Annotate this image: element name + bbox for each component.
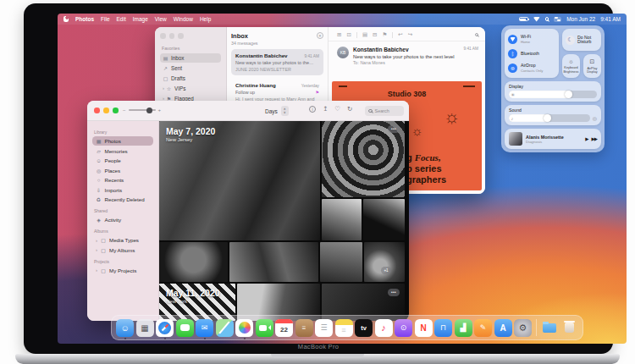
forward-icon[interactable]: ↪ [408, 31, 412, 38]
chevron-right-icon[interactable]: › [96, 238, 97, 243]
view-mode-stepper[interactable]: ∧ ∨ [281, 106, 289, 116]
dock-app-system-preferences[interactable]: ⚙ [514, 319, 532, 337]
sidebar-item-recently-deleted[interactable]: ♻ Recently Deleted [92, 195, 153, 204]
sidebar-item-activity[interactable]: ◈ Activity [92, 215, 153, 224]
menu-image[interactable]: Image [133, 16, 148, 22]
zoom-button[interactable] [113, 108, 119, 113]
spotlight-search-icon[interactable] [545, 17, 549, 21]
control-center-icon[interactable] [554, 17, 561, 22]
mail-sidebar-item-sent[interactable]: ↗ Sent [160, 63, 221, 73]
mail-sidebar-item-vips[interactable]: › ☆ VIPs [160, 84, 221, 93]
dock-app-music[interactable]: ♪ [375, 319, 393, 337]
menubar-date[interactable]: Mon Jun 22 [566, 16, 595, 22]
airplay-display-button[interactable]: ⊡ AirPlay Display [583, 54, 601, 78]
close-button[interactable] [94, 108, 100, 113]
menu-app-name[interactable]: Photos [75, 16, 94, 22]
dock-app-news[interactable]: N [415, 319, 433, 337]
mail-window-controls[interactable] [160, 33, 221, 39]
dock-trash[interactable] [560, 319, 578, 337]
photo-thumbnail[interactable] [322, 199, 362, 240]
view-mode-label[interactable]: Days [265, 108, 278, 114]
skip-forward-icon[interactable]: ▶▶ [592, 136, 597, 141]
dock-downloads-folder[interactable] [540, 319, 558, 337]
dock-app-pages[interactable]: ✎ [474, 319, 492, 337]
overflow-count-badge[interactable]: +1 [381, 267, 391, 274]
mail-sidebar-item-inbox[interactable]: ▤ Inbox [160, 53, 221, 63]
flag-icon[interactable]: ⚑ [383, 31, 388, 38]
battery-icon[interactable] [519, 17, 528, 21]
sidebar-item-my-albums[interactable]: › ▢ My Albums [92, 245, 153, 255]
menu-window[interactable]: Window [174, 16, 193, 22]
photo-thumbnail[interactable] [229, 242, 318, 282]
share-icon[interactable]: ↥ [323, 105, 328, 113]
menu-view[interactable]: View [155, 16, 167, 22]
zoom-in-icon[interactable]: + [158, 108, 162, 113]
dock-app-calendar[interactable]: 22 [275, 319, 293, 337]
dock-app-podcasts[interactable]: ⊙ [395, 319, 412, 337]
more-options-badge[interactable]: ••• [388, 125, 400, 133]
photo-thumbnail[interactable] [159, 242, 228, 282]
dock-app-numbers[interactable]: ▟ [455, 319, 472, 337]
dock-app-tv[interactable]: tv [355, 319, 373, 337]
menubar-time[interactable]: 9:41 AM [600, 16, 621, 22]
dock-app-appstore[interactable]: A [494, 319, 512, 337]
dock-app-maps[interactable] [216, 319, 234, 337]
dock-app-safari[interactable] [156, 319, 174, 337]
dock-app-notes[interactable]: ≡ [335, 319, 353, 337]
rotate-icon[interactable]: ↻ [347, 105, 352, 113]
dock-app-mail[interactable]: ✉ [196, 319, 213, 337]
message-row[interactable]: Konstantin Babichev 9:41 AM New ways to … [231, 49, 323, 75]
menu-edit[interactable]: Edit [117, 16, 126, 22]
sidebar-item-my-projects[interactable]: › ▢ My Projects [92, 266, 153, 275]
photo-thumbnail[interactable] [363, 199, 405, 240]
sidebar-item-people[interactable]: ☺ People [92, 156, 153, 165]
stepper-down-icon[interactable]: ∨ [284, 111, 286, 114]
wifi-toggle[interactable]: Wi-Fi Home [508, 32, 555, 47]
dnd-toggle[interactable]: ☾ Do Not Disturb [562, 29, 601, 51]
dock-app-messages[interactable] [176, 319, 194, 337]
menu-help[interactable]: Help [200, 16, 211, 22]
menu-file[interactable]: File [101, 16, 109, 22]
sidebar-item-places[interactable]: ◎ Places [92, 166, 153, 175]
volume-slider[interactable]: ♪ [509, 114, 590, 122]
keyboard-brightness-button[interactable]: ☼ Keyboard Brightness [562, 54, 580, 78]
bluetooth-toggle[interactable]: ᛒ Bluetooth [508, 47, 555, 61]
dock-app-photos[interactable] [235, 319, 253, 337]
search-icon[interactable] [475, 33, 479, 37]
display-brightness-slider[interactable]: ☀ [509, 91, 597, 98]
trash-icon[interactable]: ⊟ [373, 31, 377, 38]
chevron-right-icon[interactable]: › [96, 247, 97, 252]
dock-app-contacts[interactable]: ≡ [295, 319, 313, 337]
junk-icon[interactable]: ▤ [362, 31, 367, 38]
chevron-right-icon[interactable]: › [96, 267, 97, 273]
dock-app-launchpad[interactable]: ▦ [136, 319, 154, 337]
photos-window-controls[interactable] [94, 108, 119, 113]
dock-app-finder[interactable]: ☺ [116, 319, 134, 337]
photo-thumbnail[interactable] [320, 242, 362, 282]
reply-icon[interactable]: ↩ [398, 31, 402, 38]
photos-search-input[interactable]: Search [365, 106, 404, 116]
chevron-right-icon[interactable]: › [163, 85, 164, 91]
archive-icon[interactable]: ⊞ [337, 31, 341, 38]
airdrop-toggle[interactable]: ⊚ AirDrop Contacts Only [508, 61, 555, 75]
wifi-status-icon[interactable] [533, 17, 540, 22]
minimize-button[interactable] [169, 33, 175, 39]
dock-app-reminders[interactable]: ☰ [315, 319, 333, 337]
play-icon[interactable]: ▶ [585, 136, 588, 141]
photo-thumbnail[interactable] [364, 242, 405, 282]
sidebar-item-photos[interactable]: ▦ Photos [92, 136, 153, 146]
close-button[interactable] [160, 33, 166, 39]
minimize-button[interactable] [103, 108, 109, 113]
recipient-name[interactable]: Nana Mones [360, 60, 384, 65]
dock-app-keynote[interactable]: ⊓ [434, 319, 452, 337]
audio-output-icon[interactable]: ◎ [593, 115, 597, 121]
sidebar-item-recents[interactable]: ○ Recents [92, 175, 153, 185]
apple-menu-icon[interactable] [64, 16, 69, 22]
sidebar-item-imports[interactable]: ⇩ Imports [92, 185, 153, 195]
filter-icon[interactable]: ≡ [317, 32, 323, 39]
zoom-out-icon[interactable]: − [123, 108, 126, 113]
more-options-badge[interactable]: ••• [388, 289, 400, 296]
move-icon[interactable]: ⊡ [346, 31, 351, 38]
mail-sidebar-item-drafts[interactable]: ▢ Drafts [160, 74, 221, 83]
sidebar-item-media-types[interactable]: › ▢ Media Types [92, 235, 153, 245]
